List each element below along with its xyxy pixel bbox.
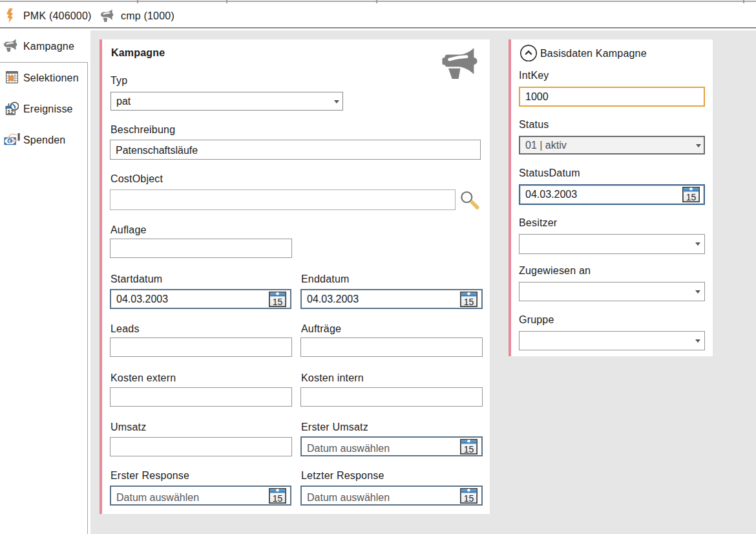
svg-text:€: €: [8, 138, 12, 144]
